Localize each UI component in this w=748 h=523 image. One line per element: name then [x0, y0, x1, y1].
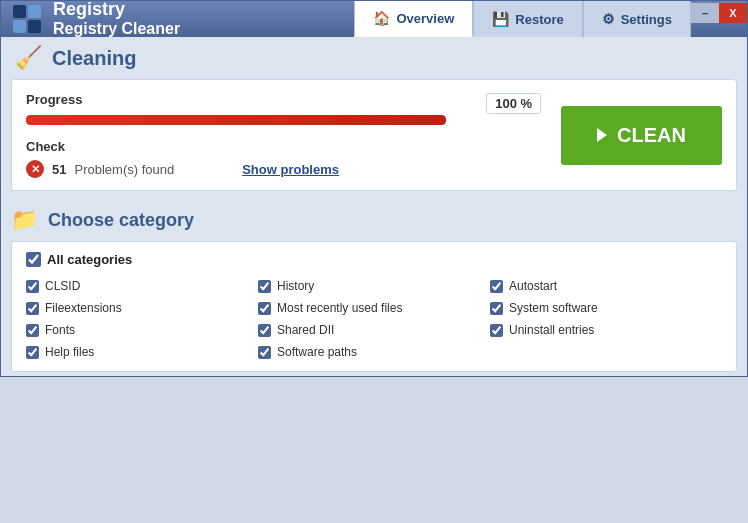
app-title-text: Registry Registry Cleaner: [53, 0, 180, 37]
list-item[interactable]: System software: [490, 299, 722, 317]
home-icon: 🏠: [373, 10, 390, 26]
category-col-2: History Most recently used files Shared …: [258, 277, 490, 361]
tab-overview-label: Overview: [396, 11, 454, 26]
cleaning-icon: 🧹: [15, 45, 42, 71]
checkbox-mru[interactable]: [258, 302, 271, 315]
show-problems-link[interactable]: Show problems: [242, 162, 339, 177]
check-section: Check ✕ 51 Problem(s) found Show problem…: [26, 139, 541, 178]
title-bar: Registry Registry Cleaner 🏠 Overview 💾 R…: [1, 1, 747, 37]
all-categories-checkbox[interactable]: [26, 252, 41, 267]
progress-left: Progress 100 % Check ✕ 51 Problem(s) fou…: [26, 92, 541, 178]
check-row: ✕ 51 Problem(s) found Show problems: [26, 160, 541, 178]
progress-bar-container: [26, 115, 446, 125]
tab-settings[interactable]: ⚙ Settings: [583, 1, 691, 37]
list-item[interactable]: History: [258, 277, 490, 295]
play-icon: [597, 128, 607, 142]
category-title: Choose category: [48, 210, 194, 231]
category-mru: Most recently used files: [277, 301, 402, 315]
checkbox-uninstall[interactable]: [490, 324, 503, 337]
logo-sq-3: [13, 20, 26, 33]
logo-sq-1: [13, 5, 26, 18]
categories-grid: CLSID Fileextensions Fonts Help fil: [26, 277, 722, 361]
problems-count: 51: [52, 162, 66, 177]
category-col-1: CLSID Fileextensions Fonts Help fil: [26, 277, 258, 361]
checkbox-autostart[interactable]: [490, 280, 503, 293]
minimize-button[interactable]: –: [691, 3, 719, 23]
progress-label: Progress: [26, 92, 541, 107]
error-icon: ✕: [26, 160, 44, 178]
category-clsid: CLSID: [45, 279, 80, 293]
category-systemsoftware: System software: [509, 301, 598, 315]
gear-icon: ⚙: [602, 11, 615, 27]
clean-button[interactable]: CLEAN: [561, 106, 722, 165]
list-item[interactable]: Software paths: [258, 343, 490, 361]
logo-icon: [9, 1, 45, 37]
checkbox-softwarepaths[interactable]: [258, 346, 271, 359]
list-item[interactable]: Fonts: [26, 321, 258, 339]
restore-icon: 💾: [492, 11, 509, 27]
category-header: 📁 Choose category: [11, 207, 737, 233]
folder-icon: 📁: [11, 207, 38, 233]
checkbox-fileextensions[interactable]: [26, 302, 39, 315]
app-logo: Registry Registry Cleaner: [9, 0, 180, 37]
list-item[interactable]: Help files: [26, 343, 258, 361]
category-section: 📁 Choose category All categories CLSI: [1, 199, 747, 376]
close-button[interactable]: X: [719, 3, 747, 23]
category-shareddll: Shared DII: [277, 323, 334, 337]
progress-bar-fill: [26, 115, 446, 125]
category-fileextensions: Fileextensions: [45, 301, 122, 315]
window-frame: Registry Registry Cleaner 🏠 Overview 💾 R…: [0, 0, 748, 377]
checkbox-shareddll[interactable]: [258, 324, 271, 337]
category-softwarepaths: Software paths: [277, 345, 357, 359]
tab-restore[interactable]: 💾 Restore: [473, 1, 582, 37]
tab-restore-label: Restore: [515, 12, 563, 27]
problems-text: Problem(s) found: [74, 162, 174, 177]
cleaning-section-header: 🧹 Cleaning: [1, 37, 747, 79]
window-controls: – X: [691, 1, 747, 23]
category-fonts: Fonts: [45, 323, 75, 337]
checkbox-history[interactable]: [258, 280, 271, 293]
logo-sq-4: [28, 20, 41, 33]
cleaning-title: Cleaning: [52, 47, 136, 70]
category-card: All categories CLSID Fileextensions: [11, 241, 737, 372]
app-title-line1: Registry: [53, 0, 180, 20]
category-col-3: Autostart System software Uninstall entr…: [490, 277, 722, 361]
tab-settings-label: Settings: [621, 12, 672, 27]
nav-tabs: 🏠 Overview 💾 Restore ⚙ Settings: [354, 1, 691, 37]
all-categories-label[interactable]: All categories: [26, 252, 722, 267]
checkbox-clsid[interactable]: [26, 280, 39, 293]
logo-sq-2: [28, 5, 41, 18]
progress-percent: 100 %: [486, 93, 541, 114]
checkbox-helpfiles[interactable]: [26, 346, 39, 359]
app-title-line2: Registry Cleaner: [53, 20, 180, 38]
list-item[interactable]: CLSID: [26, 277, 258, 295]
tab-overview[interactable]: 🏠 Overview: [354, 1, 473, 37]
progress-card: Progress 100 % Check ✕ 51 Problem(s) fou…: [11, 79, 737, 191]
category-helpfiles: Help files: [45, 345, 94, 359]
checkbox-fonts[interactable]: [26, 324, 39, 337]
clean-button-label: CLEAN: [617, 124, 686, 147]
check-label: Check: [26, 139, 541, 154]
main-content: 🧹 Cleaning Progress 100 % Check ✕ 51: [1, 37, 747, 376]
all-categories-text: All categories: [47, 252, 132, 267]
list-item[interactable]: Autostart: [490, 277, 722, 295]
list-item[interactable]: Fileextensions: [26, 299, 258, 317]
list-item[interactable]: Shared DII: [258, 321, 490, 339]
list-item[interactable]: Uninstall entries: [490, 321, 722, 339]
category-autostart: Autostart: [509, 279, 557, 293]
checkbox-systemsoftware[interactable]: [490, 302, 503, 315]
category-history: History: [277, 279, 314, 293]
category-uninstall: Uninstall entries: [509, 323, 594, 337]
all-categories-row: All categories: [26, 252, 722, 267]
list-item[interactable]: Most recently used files: [258, 299, 490, 317]
